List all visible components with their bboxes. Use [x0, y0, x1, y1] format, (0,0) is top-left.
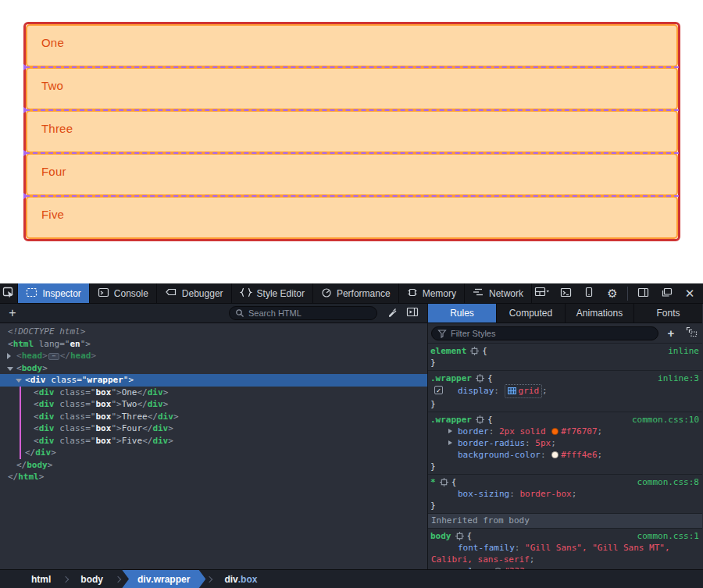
pick-element-icon [2, 287, 15, 301]
close-button[interactable]: ✕ [680, 284, 700, 303]
markup-line[interactable]: <div class="box">Two</div> [0, 398, 427, 411]
dock-side-button[interactable] [633, 284, 653, 303]
markup-line[interactable]: <head>⋯</head> [0, 350, 427, 362]
split-console-button[interactable] [555, 284, 576, 303]
markup-line[interactable]: <div class="box">One</div> [0, 387, 427, 399]
responsive-mode-button[interactable] [579, 284, 599, 303]
tab-inspector[interactable]: Inspector [18, 283, 89, 303]
highlight-selector-icon[interactable] [470, 347, 479, 355]
tab-memory[interactable]: Memory [399, 283, 465, 303]
toolbar-separator [627, 287, 628, 301]
highlight-selector-icon[interactable] [476, 415, 484, 424]
stylesheet-location-link[interactable]: common.css:8 [637, 476, 699, 488]
markup-line[interactable]: <div class="wrapper"> [0, 374, 427, 387]
inspector-sidebar: RulesComputedAnimationsFonts + [428, 304, 702, 569]
settings-button[interactable]: ⚙ [602, 284, 623, 303]
stylesheet-location-link[interactable]: common.css:10 [632, 414, 699, 426]
markup-line[interactable]: <div class="box">Four</div> [0, 422, 427, 435]
frames-button[interactable] [532, 284, 552, 303]
style-editor-icon [240, 287, 252, 300]
grid-overlay-line [25, 195, 679, 197]
breadcrumb-item-html[interactable]: html [20, 570, 62, 588]
tab-style-editor[interactable]: Style Editor [232, 283, 313, 303]
property-name: font-family [458, 543, 515, 553]
filter-styles-input[interactable] [431, 326, 658, 340]
color-swatch[interactable] [551, 451, 558, 458]
property-value: #fff4e6 [561, 450, 597, 460]
breadcrumb-item-body[interactable]: body [70, 570, 114, 588]
grid-overlay-line [25, 66, 679, 68]
css-declaration: background-color: #fff4e6; [428, 449, 702, 461]
css-declaration: box-sizing: border-box; [428, 488, 702, 500]
tab-console[interactable]: Console [90, 283, 157, 303]
stylesheet-location-link[interactable]: common.css:1 [637, 530, 699, 542]
sidebar-tab-computed[interactable]: Computed [497, 304, 566, 323]
search-html-input[interactable] [229, 306, 377, 320]
rule-selector-row: element{inline [428, 345, 702, 357]
property-name: display [458, 386, 494, 396]
tab-label: Performance [337, 288, 391, 299]
rule-selector-row: .wrapper{inline:3 [428, 372, 702, 384]
network-icon [473, 287, 484, 299]
highlight-selector-icon[interactable] [440, 478, 448, 486]
three-pane-toggle-icon [406, 307, 419, 319]
grid-overlay-line [25, 152, 679, 154]
filter-toolbar: + [428, 323, 702, 344]
add-node-button[interactable]: + [0, 306, 25, 320]
class-panel-toggle-button[interactable] [683, 326, 699, 341]
breadcrumb-item-div.wrapper[interactable]: div.wrapper [122, 570, 205, 588]
property-name: background-color [458, 450, 541, 460]
grid-box: Four [26, 153, 678, 196]
property-value: #f76707 [561, 426, 597, 437]
breadcrumb-item-div.box[interactable]: div.box [213, 570, 268, 588]
expand-declaration-icon[interactable] [448, 440, 452, 445]
markup-line[interactable]: </div> [0, 447, 427, 459]
three-pane-toggle-button[interactable] [402, 305, 423, 322]
tab-performance[interactable]: Performance [313, 283, 399, 303]
sidebar-tab-fonts[interactable]: Fonts [634, 304, 702, 323]
collapse-arrow-icon[interactable] [7, 367, 13, 371]
markup-line[interactable]: <!DOCTYPE html> [0, 326, 427, 338]
separate-window-icon [661, 287, 673, 300]
performance-icon [321, 287, 332, 300]
expand-declaration-icon[interactable] [448, 429, 452, 433]
highlight-selector-icon[interactable] [455, 532, 464, 540]
color-swatch[interactable] [494, 568, 501, 569]
tab-label: Debugger [182, 288, 223, 299]
markup-line[interactable]: </body> [0, 459, 427, 472]
tab-label: Network [489, 288, 523, 299]
stylesheet-location-link[interactable]: inline [668, 345, 699, 357]
markup-line[interactable]: <div class="box">Five</div> [0, 435, 427, 447]
highlight-selector-icon[interactable] [476, 374, 484, 383]
console-icon [98, 287, 109, 300]
declaration-checkbox[interactable]: ✓ [434, 386, 443, 394]
rules-view: element{inline}.wrapper{inline:3✓display… [428, 344, 702, 569]
css-declaration: border-radius: 5px; [428, 437, 702, 449]
grid-toggle[interactable]: grid [505, 384, 543, 398]
rule-selector: * [430, 476, 436, 488]
markup-line[interactable]: <div class="box">Three</div> [0, 411, 427, 423]
rendered-page: OneTwoThreeFourFive [0, 0, 703, 283]
property-value: grid [519, 386, 540, 396]
sidebar-tab-animations[interactable]: Animations [566, 304, 634, 323]
filter-styles-box [431, 326, 658, 340]
color-swatch[interactable] [551, 428, 558, 435]
tab-debugger[interactable]: Debugger [157, 283, 232, 303]
markup-line[interactable]: <body> [0, 362, 427, 375]
add-rule-button[interactable]: + [663, 326, 679, 341]
grid-box: Three [26, 110, 678, 153]
markup-line[interactable]: </html> [0, 471, 427, 483]
stylesheet-location-link[interactable]: inline:3 [658, 372, 699, 384]
pick-element-button[interactable] [0, 283, 18, 303]
grid-wrapper: OneTwoThreeFourFive [23, 22, 680, 241]
frames-icon [534, 287, 550, 300]
property-value: 5px [535, 438, 551, 448]
breadcrumb-chevron-icon [62, 576, 69, 582]
markup-line[interactable]: <html lang="en"> [0, 338, 427, 351]
eyedropper-button[interactable] [382, 305, 402, 322]
collapse-arrow-icon[interactable] [16, 379, 22, 383]
expand-arrow-icon[interactable] [7, 353, 11, 359]
sidebar-tab-rules[interactable]: Rules [428, 304, 497, 323]
tab-network[interactable]: Network [465, 283, 532, 303]
separate-window-button[interactable] [656, 284, 676, 303]
